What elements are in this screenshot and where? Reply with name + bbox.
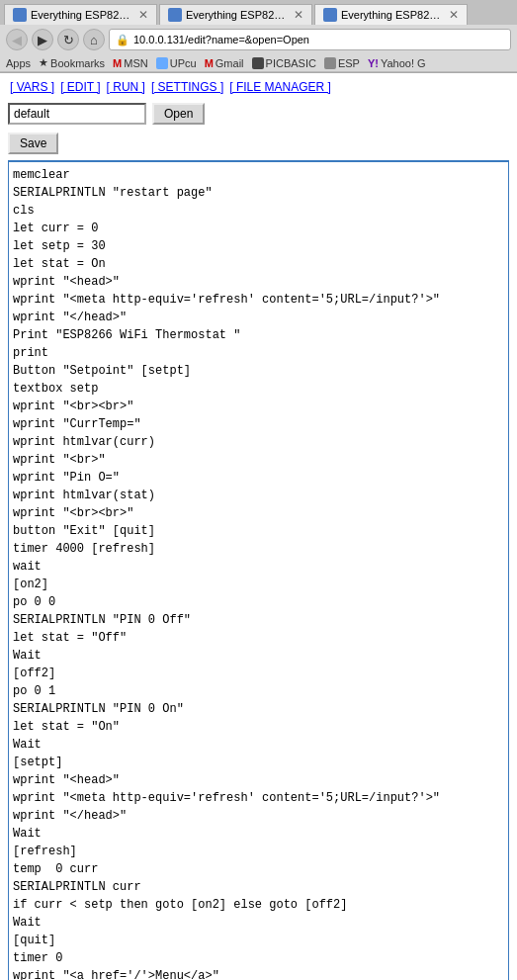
tab-bar: Everything ESP8266 - ✕ Everything ESP826… xyxy=(0,0,517,25)
yahoo-icon: Y! xyxy=(368,57,379,69)
menu-filemanager[interactable]: [ FILE MANAGER ] xyxy=(227,79,333,95)
upcu-icon xyxy=(156,57,168,69)
bookmarks-bar: Apps ★ Bookmarks M MSN UPcu M Gmail PICB… xyxy=(0,54,517,72)
esp-icon xyxy=(324,57,336,69)
bookmark-bookmarks[interactable]: ★ Bookmarks xyxy=(39,56,105,69)
browser-chrome: Everything ESP8266 - ✕ Everything ESP826… xyxy=(0,0,517,73)
address-text: 10.0.0.131/edit?name=&open=Open xyxy=(133,34,309,45)
nav-bar: ◀ ▶ ↻ ⌂ 🔒 10.0.0.131/edit?name=&open=Ope… xyxy=(0,25,517,54)
lock-icon: 🔒 xyxy=(116,34,129,46)
tab-1-close[interactable]: ✕ xyxy=(138,8,148,22)
home-icon: ⌂ xyxy=(90,33,98,47)
bookmark-bookmarks-label: Bookmarks xyxy=(50,57,105,69)
tab-2[interactable]: Everything ESP8266 - ✕ xyxy=(159,4,312,25)
back-button[interactable]: ◀ xyxy=(6,29,28,50)
menu-bar: [ VARS ] [ EDIT ] [ RUN ] [ SETTINGS ] [… xyxy=(8,79,509,95)
bookmark-picbasic[interactable]: PICBASIC xyxy=(252,57,316,69)
back-icon: ◀ xyxy=(12,33,22,47)
open-button[interactable]: Open xyxy=(152,103,205,125)
bookmark-upcu-label: UPcu xyxy=(170,57,197,69)
tab-2-favicon xyxy=(168,8,182,22)
tab-3-close[interactable]: ✕ xyxy=(449,8,459,22)
bookmark-msn-label: MSN xyxy=(124,57,147,69)
tab-3-favicon xyxy=(323,8,337,22)
bookmark-picbasic-label: PICBASIC xyxy=(266,57,316,69)
save-button[interactable]: Save xyxy=(8,133,58,154)
bookmark-esp-label: ESP xyxy=(338,57,360,69)
bookmark-yahoo-label: Yahoo! G xyxy=(381,57,426,69)
menu-run[interactable]: [ RUN ] xyxy=(105,79,147,95)
bookmark-yahoo[interactable]: Y! Yahoo! G xyxy=(368,57,426,69)
bookmark-apps-label: Apps xyxy=(6,57,31,69)
home-button[interactable]: ⌂ xyxy=(83,29,105,50)
bookmark-msn[interactable]: M MSN xyxy=(113,57,148,69)
bookmark-gmail-label: Gmail xyxy=(215,57,244,69)
tab-2-close[interactable]: ✕ xyxy=(294,8,303,22)
menu-settings[interactable]: [ SETTINGS ] xyxy=(149,79,225,95)
forward-button[interactable]: ▶ xyxy=(32,29,53,50)
tab-1-title: Everything ESP8266 - xyxy=(31,9,134,21)
tab-1-favicon xyxy=(13,8,27,22)
tab-3-title: Everything ESP8266 - xyxy=(341,9,445,21)
star-icon: ★ xyxy=(39,56,48,69)
msn-icon: M xyxy=(113,57,122,69)
filename-input[interactable] xyxy=(8,103,146,125)
tab-3[interactable]: Everything ESP8266 - ✕ xyxy=(314,4,468,25)
bookmark-esp[interactable]: ESP xyxy=(324,57,360,69)
tab-2-title: Everything ESP8266 - xyxy=(186,9,290,21)
address-bar[interactable]: 🔒 10.0.0.131/edit?name=&open=Open xyxy=(109,29,511,50)
refresh-icon: ↻ xyxy=(63,33,74,47)
page-content: [ VARS ] [ EDIT ] [ RUN ] [ SETTINGS ] [… xyxy=(0,73,517,980)
bookmark-apps[interactable]: Apps xyxy=(6,57,31,69)
code-editor[interactable]: memclear SERIALPRINTLN "restart page" cl… xyxy=(8,160,509,980)
forward-icon: ▶ xyxy=(38,33,47,47)
menu-vars[interactable]: [ VARS ] xyxy=(8,79,56,95)
gmail-icon: M xyxy=(205,57,214,69)
tab-1[interactable]: Everything ESP8266 - ✕ xyxy=(4,4,157,25)
input-row: Open xyxy=(8,103,509,125)
bookmark-gmail[interactable]: M Gmail xyxy=(205,57,244,69)
bookmark-upcu[interactable]: UPcu xyxy=(156,57,197,69)
refresh-button[interactable]: ↻ xyxy=(57,29,79,50)
menu-edit[interactable]: [ EDIT ] xyxy=(58,79,102,95)
picbasic-icon xyxy=(252,57,264,69)
